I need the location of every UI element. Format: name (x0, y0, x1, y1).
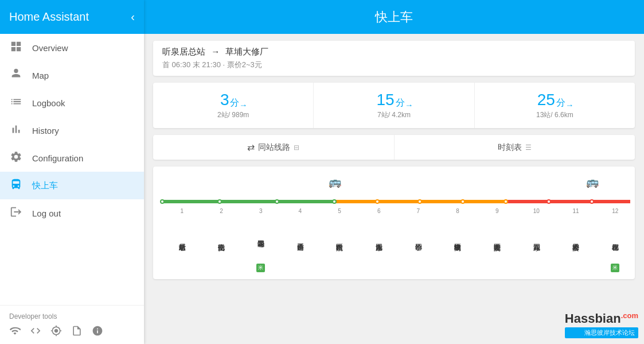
route-subtitle: 首 06:30 末 21:30 · 票价2~3元 (162, 60, 626, 70)
watermark: Hassbian.com 瀚思彼岸技术论坛 (565, 311, 638, 338)
file-icon[interactable] (71, 325, 83, 339)
stat-15min: 15 分 ⭢ 7站/ 4.2km (314, 83, 474, 128)
route-title: 听泉居总站 → 草埔大修厂 (162, 47, 626, 57)
history-label: History (32, 126, 59, 136)
route-from: 听泉居总站 (162, 47, 205, 56)
kuai-shang-che-label: 快上车 (32, 180, 58, 191)
grid-icon (9, 40, 23, 56)
bus-icon (9, 178, 23, 194)
stats-row: 3 分 ⭢ 2站/ 989m 15 分 ⭢ 7站/ 4.2km 25 分 ⭢ (153, 83, 635, 128)
stat-3min: 3 分 ⭢ 2站/ 989m (153, 83, 314, 128)
route-header: 听泉居总站 → 草埔大修厂 首 06:30 末 21:30 · 票价2~3元 (153, 41, 635, 76)
station-7: 7 竹园小学 (399, 208, 438, 272)
schedule-label: 时刻表 (498, 142, 522, 153)
map-label: Map (32, 71, 49, 80)
action-row: ⇄ 同站线路 ⊟ 时刻表 ☰ (153, 135, 635, 160)
transfer-badge-12: 米 (611, 264, 619, 272)
code-icon[interactable] (30, 325, 41, 339)
app-title: Home Assistant (9, 10, 89, 24)
dev-tools-label: Developer tools (0, 310, 144, 323)
station-6: 6 市儿童乐园 (359, 208, 399, 272)
info-icon[interactable] (92, 325, 103, 339)
transfer-badge-3: 米 (256, 264, 265, 272)
stat-25min: 25 分 ⭢ 13站/ 6.6km (475, 83, 635, 128)
transfer-icon: ⇄ (247, 142, 255, 153)
sidebar-item-history[interactable]: History (0, 117, 144, 144)
stat-25min-number: 25 分 ⭢ (537, 91, 572, 109)
station-2: 2 安托山七路 (202, 208, 241, 272)
sidebar: Home Assistant ‹ Overview Map Logbook Hi… (0, 0, 144, 344)
wifi-icon[interactable] (9, 325, 21, 339)
sidebar-item-map[interactable]: Map (0, 61, 144, 89)
same-station-label: 同站线路 (258, 142, 290, 153)
sidebar-toggle[interactable]: ‹ (131, 10, 135, 24)
gear-icon (9, 150, 23, 166)
route-map: 🚌 🚌 (153, 167, 635, 279)
station-8: 8 高级中学南校区 (438, 208, 478, 272)
schedule-btn[interactable]: 时刻表 ☰ (395, 135, 635, 160)
route-arrow: → (211, 47, 220, 56)
bar-chart-icon (9, 123, 23, 138)
stat-25min-desc: 13站/ 6.6km (536, 110, 573, 120)
bus2-icon: 🚌 (586, 176, 599, 188)
station-3: 3 翠海花园② 米 (241, 208, 280, 272)
content-area: 听泉居总站 → 草埔大修厂 首 06:30 末 21:30 · 票价2~3元 3… (144, 34, 644, 344)
route-to: 草埔大修厂 (225, 47, 268, 56)
list-icon (9, 95, 23, 111)
stat-3min-number: 3 分 ⭢ (220, 91, 247, 109)
sidebar-header: Home Assistant ‹ (0, 0, 144, 34)
station-9: 9 香蜜湖医院 (477, 208, 517, 272)
station-5: 5 市眼科医院 (320, 208, 360, 272)
station-11: 11 香蜜湖天桥 (556, 208, 596, 272)
broadcast-icon[interactable] (50, 325, 62, 339)
page-title: 快上车 (375, 9, 413, 26)
sidebar-item-logout[interactable]: Log out (0, 199, 144, 227)
same-station-btn[interactable]: ⇄ 同站线路 ⊟ (153, 135, 395, 160)
dev-tools-icons (0, 323, 144, 342)
station-12: 12 水榭花都 米 (595, 208, 630, 272)
stat-15min-desc: 7站/ 4.2km (377, 110, 411, 120)
station-10: 10 东海花园 (517, 208, 556, 272)
brand-subtitle: 瀚思彼岸技术论坛 (565, 327, 638, 338)
dev-tools-section: Developer tools (0, 305, 144, 344)
stat-15min-number: 15 分 ⭢ (376, 91, 411, 109)
configuration-label: Configuration (32, 153, 83, 163)
sidebar-item-kuai-shang-che[interactable]: 快上车 (0, 172, 144, 199)
top-bar: 快上车 (144, 0, 644, 34)
logout-label: Log out (32, 208, 61, 218)
station-1: 1 听泉居总站 (162, 208, 202, 272)
sidebar-item-configuration[interactable]: Configuration (0, 144, 144, 172)
sidebar-item-overview[interactable]: Overview (0, 34, 144, 61)
track-line (162, 199, 630, 204)
main-content: 快上车 听泉居总站 → 草埔大修厂 首 06:30 末 21:30 · 票价2~… (144, 0, 644, 344)
stations-container: 1 听泉居总站 2 安托山七路 3 翠海花园② 米 (162, 208, 630, 272)
station-4: 4 侨香三道南 (280, 208, 320, 272)
bus1-icon: 🚌 (329, 176, 341, 188)
brand-text: Hassbian.com (565, 311, 638, 326)
overview-label: Overview (32, 43, 68, 53)
logout-icon (9, 206, 23, 221)
person-icon (9, 68, 23, 83)
logbook-label: Logbook (32, 98, 65, 108)
sidebar-item-logbook[interactable]: Logbook (0, 89, 144, 117)
stat-3min-desc: 2站/ 989m (217, 110, 249, 120)
